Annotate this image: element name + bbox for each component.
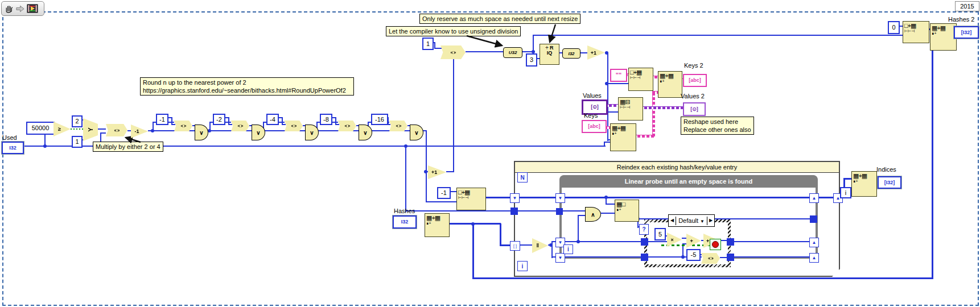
shift-register-left[interactable]: ▼ [555, 253, 565, 263]
hashes2-label: Hashes 2 [948, 16, 974, 23]
stop-if-true-icon [712, 241, 719, 248]
shift-register-right[interactable]: ▲ [809, 193, 819, 203]
initialize-array-node[interactable]: □+▦⊢⊢⊣ [456, 188, 486, 210]
comment-roundup[interactable]: Round n up to the nearest power of 2 htt… [140, 77, 354, 96]
keys2-label: Keys 2 [684, 62, 703, 69]
tunnel[interactable] [727, 254, 734, 261]
constant-minus1-init[interactable]: -1 [437, 187, 451, 199]
tunnel[interactable] [641, 238, 648, 246]
empty-string-constant[interactable]: "" [610, 69, 627, 82]
comment-reshape-line2: Replace other ones also [683, 126, 751, 134]
add-node[interactable]: + [686, 234, 701, 248]
while-iteration-terminal[interactable]: i [563, 244, 573, 254]
values-label: Values [583, 92, 602, 99]
logical-shift-node[interactable]: «□» [440, 45, 466, 59]
or-node[interactable]: ∨ [410, 125, 423, 140]
constant-minus4[interactable]: -4 [266, 114, 279, 125]
constant-5[interactable]: 5 [654, 228, 666, 240]
or-node[interactable]: ∨ [305, 125, 319, 140]
shift-register-right[interactable]: ▲ [809, 253, 819, 263]
and-node[interactable]: ∧ [585, 207, 601, 222]
or-node[interactable]: ∨ [252, 125, 265, 140]
logical-shift-node[interactable]: «□» [231, 121, 249, 131]
indices-label: Indices [876, 166, 896, 173]
tunnel[interactable] [556, 208, 563, 215]
constant-minus2[interactable]: -2 [213, 114, 225, 125]
initialize-array-node[interactable]: □+▦⊢⊢⊣ [903, 21, 929, 43]
logical-shift-node[interactable]: «□» [174, 121, 192, 131]
values2-label: Values 2 [681, 93, 705, 99]
constant-3[interactable]: 3 [526, 53, 537, 67]
constant-minus5[interactable]: -5 [686, 249, 701, 261]
labview-block-diagram: Reindex each existing hash/key/value ent… [0, 0, 980, 307]
tunnel[interactable] [641, 254, 648, 261]
comment-reshape[interactable]: Reshape used here Replace other ones als… [681, 117, 754, 135]
constant-2[interactable]: 2 [72, 115, 83, 127]
tunnel[interactable] [810, 215, 817, 223]
keys2-indicator[interactable]: [abc] [683, 74, 707, 87]
increment-node[interactable]: +1 [428, 165, 446, 179]
to-i32-conversion[interactable]: I32 [562, 48, 580, 59]
for-iteration-terminal[interactable]: i [517, 261, 528, 271]
decrement-node[interactable]: -1 [131, 125, 148, 138]
multiply-node[interactable]: × [667, 233, 682, 247]
logical-shift-node[interactable]: «□» [106, 124, 127, 136]
case-dropdown-icon[interactable]: ▼ [700, 219, 705, 224]
vi-run-icon[interactable] [27, 3, 38, 14]
keys-control[interactable]: [abc] [582, 120, 607, 133]
constant-0[interactable]: 0 [888, 21, 900, 34]
logical-shift-node[interactable]: «□» [285, 121, 303, 131]
case-prev-arrow-icon[interactable]: ◀ [669, 217, 676, 224]
values2-indicator[interactable]: [⊙] [683, 102, 706, 116]
forward-arrow-icon[interactable] [15, 5, 25, 13]
for-count-terminal[interactable]: N [517, 172, 528, 182]
constant-50000[interactable]: 50000 [26, 122, 55, 135]
comment-reserve[interactable]: Only reserve as much space as needed unt… [419, 14, 580, 24]
replace-array-subset-node[interactable]: ▦+▦∎+ [658, 71, 682, 98]
tunnel[interactable] [727, 238, 734, 246]
or-node[interactable]: ∨ [195, 125, 208, 140]
used-control[interactable]: I32 [2, 142, 24, 154]
increment-node[interactable]: +1 [587, 45, 605, 60]
replace-array-subset-node[interactable]: ▦+▦∎+ [610, 123, 636, 151]
index-array-node[interactable]: ▦+▦∎+ [425, 213, 450, 237]
loop-condition-terminal[interactable] [710, 239, 721, 250]
annotation-arrows [0, 0, 980, 307]
logical-shift-node[interactable]: «□» [338, 121, 356, 131]
keys-label: Keys [584, 112, 598, 119]
auto-index-tunnel[interactable]: [ ] [510, 241, 520, 251]
reshape-array-node[interactable]: ▦⊟⊢⊢⊣ [618, 97, 643, 121]
hashes2-indicator[interactable]: [I32] [954, 26, 979, 39]
case-selector-label[interactable]: ◀ Default ▼ ▶ [668, 214, 715, 227]
comment-multiply[interactable]: Multiply by either 2 or 4 [93, 142, 163, 152]
constant-1-shift[interactable]: 1 [422, 38, 434, 50]
constant-i[interactable]: i [840, 187, 851, 198]
parallel-bars-node[interactable]: ‖ [532, 238, 548, 253]
hashes-control[interactable]: I32 [393, 215, 417, 229]
case-next-arrow-icon[interactable]: ▶ [707, 217, 714, 224]
comment-compiler[interactable]: Let the compiler know to use unsigned di… [386, 26, 521, 36]
case-selector-terminal[interactable]: ? [639, 224, 649, 235]
or-node[interactable]: ∨ [359, 125, 372, 140]
shift-register-right[interactable]: ▲ [809, 238, 819, 247]
logical-shift-node[interactable]: «□» [701, 253, 720, 264]
initialize-array-node[interactable]: □+▦⊢⊢⊣ [628, 68, 653, 91]
indices-indicator[interactable]: [I32] [878, 176, 901, 189]
greater-or-equal-node[interactable]: ≥ [53, 122, 71, 136]
constant-1-select[interactable]: 1 [72, 136, 83, 148]
constant-minus1[interactable]: -1 [156, 114, 168, 125]
constant-minus16[interactable]: -16 [371, 114, 388, 125]
logical-shift-node[interactable]: «□» [389, 121, 407, 131]
comment-roundup-line1: Round n up to the nearest power of 2 [143, 78, 351, 86]
replace-array-subset-node[interactable]: ▦+▦∎+ [851, 171, 877, 197]
constant-minus8[interactable]: -8 [320, 114, 332, 125]
shift-register-left[interactable]: ▼ [555, 193, 565, 203]
quotient-remainder-node[interactable]: ÷ RIQ [540, 44, 559, 65]
pan-hand-icon[interactable] [4, 4, 14, 14]
shift-register-left[interactable]: ▼ [510, 193, 520, 203]
index-array-node[interactable]: ▦□∎+ [615, 200, 639, 222]
select-node[interactable]: Y [83, 118, 98, 141]
tunnel[interactable] [510, 208, 518, 215]
replace-array-subset-node[interactable]: ▦+▦∎+ [930, 23, 957, 51]
to-u32-conversion[interactable]: U32 [503, 47, 522, 58]
